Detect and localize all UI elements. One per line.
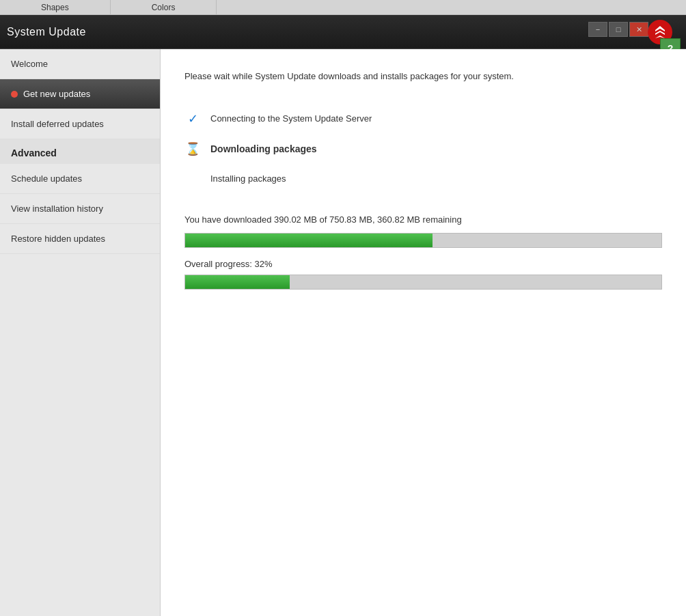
- sidebar-item-install-deferred-label: Install deferred updates: [11, 119, 104, 129]
- restore-button[interactable]: □: [609, 22, 628, 37]
- sidebar-item-welcome-label: Welcome: [11, 59, 48, 69]
- tab-shapes-label: Shapes: [41, 3, 69, 12]
- connecting-label: Connecting to the System Update Server: [210, 113, 372, 124]
- sidebar-item-get-new-updates[interactable]: Get new updates: [0, 79, 160, 109]
- sidebar-item-schedule-updates[interactable]: Schedule updates: [0, 164, 160, 194]
- sidebar-item-view-history[interactable]: View installation history: [0, 194, 160, 224]
- content-description: Please wait while System Update download…: [184, 70, 662, 83]
- check-icon: ✓: [184, 111, 201, 127]
- advanced-label: Advanced: [11, 148, 57, 158]
- close-button[interactable]: ✕: [629, 22, 648, 37]
- download-progress-bar-fill: [185, 234, 433, 247]
- app-window: Welcome Get new updates Install deferred…: [0, 49, 686, 616]
- status-list: ✓ Connecting to the System Update Server…: [184, 104, 662, 194]
- sidebar: Welcome Get new updates Install deferred…: [0, 49, 161, 616]
- svg-marker-1: [655, 31, 665, 35]
- hourglass-icon: ⌛: [184, 141, 201, 157]
- overall-progress-label: Overall progress: 32%: [184, 259, 662, 269]
- sidebar-item-restore-hidden[interactable]: Restore hidden updates: [0, 224, 160, 254]
- top-tabs-bar: Shapes Colors: [0, 0, 686, 15]
- installing-placeholder-icon: [184, 171, 201, 187]
- downloading-label: Downloading packages: [210, 143, 317, 154]
- sidebar-item-welcome[interactable]: Welcome: [0, 49, 160, 79]
- overall-progress-container: [184, 275, 662, 290]
- window-controls: − □ ✕: [588, 22, 648, 37]
- tab-colors-label: Colors: [152, 3, 176, 12]
- tab-colors[interactable]: Colors: [111, 0, 217, 14]
- download-info: You have downloaded 390.02 MB of 750.83 …: [184, 214, 662, 225]
- active-indicator: [11, 91, 18, 98]
- logo-icon: [653, 25, 668, 40]
- sidebar-item-view-history-label: View installation history: [11, 204, 103, 214]
- status-installing: Installing packages: [184, 164, 662, 194]
- overall-progress-bar-bg: [184, 275, 662, 290]
- title-bar: System Update − □ ✕: [0, 15, 686, 49]
- sidebar-item-install-deferred[interactable]: Install deferred updates: [0, 109, 160, 139]
- status-connecting: ✓ Connecting to the System Update Server: [184, 104, 662, 134]
- status-downloading: ⌛ Downloading packages: [184, 134, 662, 164]
- sidebar-item-restore-hidden-label: Restore hidden updates: [11, 234, 105, 244]
- svg-marker-0: [655, 26, 665, 31]
- sidebar-item-schedule-updates-label: Schedule updates: [11, 173, 82, 184]
- sidebar-section-advanced: Advanced: [0, 139, 160, 164]
- download-progress-bar-bg: [184, 233, 662, 248]
- installing-label: Installing packages: [210, 173, 286, 184]
- download-progress-container: [184, 233, 662, 248]
- overall-progress-bar-fill: [185, 275, 290, 289]
- minimize-button[interactable]: −: [588, 22, 607, 37]
- sidebar-item-get-new-updates-label: Get new updates: [23, 89, 90, 99]
- tab-shapes[interactable]: Shapes: [0, 0, 111, 14]
- app-title: System Update: [7, 26, 86, 38]
- main-content: Please wait while System Update download…: [161, 49, 686, 616]
